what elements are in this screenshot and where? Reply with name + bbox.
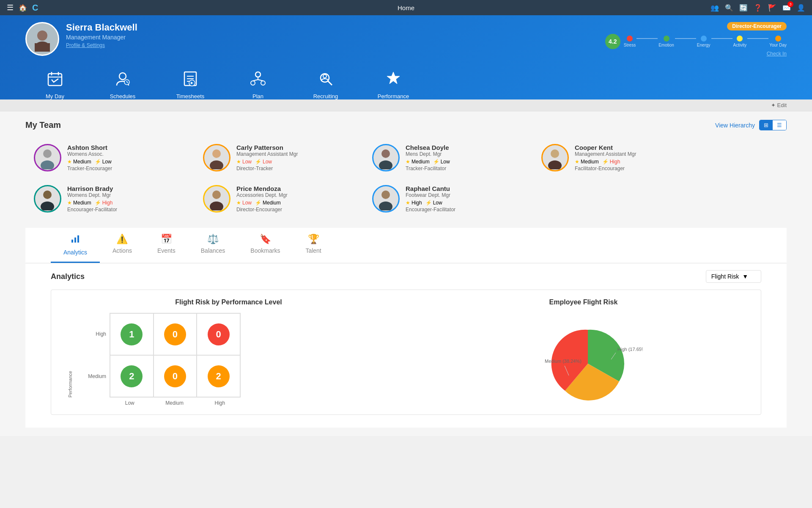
member-name: Harrison Brady xyxy=(67,185,186,192)
checkin-link[interactable]: Check In xyxy=(767,51,787,57)
grid-view-button[interactable]: ⊞ xyxy=(760,120,773,130)
wellness-line-3 xyxy=(711,38,732,39)
yourday-indicator: Your Day xyxy=(769,36,787,47)
member-role: Womens Dept. Mgr xyxy=(67,192,186,198)
wellness-line-2 xyxy=(675,38,696,39)
view-hierarchy-link[interactable]: View Hierarchy xyxy=(715,122,755,129)
member-info-harrison: Harrison Brady Womens Dept. Mgr ★ Medium… xyxy=(67,185,186,213)
svg-point-36 xyxy=(212,190,221,199)
profile-info: Sierra Blackwell Management Manager Prof… xyxy=(66,22,605,49)
svg-point-27 xyxy=(41,160,54,169)
nav-performance[interactable]: Performance xyxy=(376,68,410,99)
home-icon[interactable]: 🏠 xyxy=(19,4,27,12)
performance-label: Performance xyxy=(378,93,409,99)
svg-marker-25 xyxy=(387,72,400,84)
analytics-tab-label: Analytics xyxy=(63,249,87,256)
member-stats: ★ High ⚡ Low xyxy=(406,200,524,206)
svg-point-16 xyxy=(255,72,261,77)
recruiting-icon xyxy=(315,68,337,90)
edit-button[interactable]: ✦ Edit xyxy=(771,102,787,108)
member-name: Price Mendoza xyxy=(236,185,355,192)
col-label-low: Low xyxy=(125,400,134,406)
team-member-card: Cooper Kent Management Assistant Mgr ★ M… xyxy=(533,137,702,178)
member-avatar-carly xyxy=(203,144,230,171)
nav-my-day[interactable]: My Day xyxy=(38,68,72,99)
member-type: Director-Encourager xyxy=(236,207,355,213)
member-stats: ★ Low ⚡ Medium xyxy=(236,200,355,206)
my-day-label: My Day xyxy=(46,93,64,99)
team-member-card: Raphael Cantu Footwear Dept. Mgr ★ High … xyxy=(364,178,533,219)
team-member-card: Carly Patterson Management Assistant Mgr… xyxy=(195,137,364,178)
matrix-bubble-2: 0 xyxy=(164,323,186,345)
svg-point-38 xyxy=(381,190,390,199)
col-label-medium: Medium xyxy=(165,400,184,406)
balances-tab-label: Balances xyxy=(201,247,225,254)
member-role: Footwear Dept. Mgr xyxy=(406,192,524,198)
matrix-cell-2-2: 0 xyxy=(154,355,197,397)
member-role: Accessories Dept. Mgr xyxy=(236,192,355,198)
nav-timesheets[interactable]: Timesheets xyxy=(173,68,207,99)
member-avatar-ashton xyxy=(34,144,61,171)
timesheets-icon xyxy=(179,68,201,90)
events-tab-icon: 📅 xyxy=(161,234,172,245)
tab-events[interactable]: 📅 Events xyxy=(145,228,188,263)
row-label-medium: Medium xyxy=(85,373,106,379)
tab-talent[interactable]: 🏆 Talent xyxy=(293,228,334,263)
svg-point-7 xyxy=(119,73,126,80)
search-icon[interactable]: 🔍 xyxy=(725,4,733,12)
member-info-price: Price Mendoza Accessories Dept. Mgr ★ Lo… xyxy=(236,185,355,213)
events-tab-label: Events xyxy=(157,247,176,254)
member-info-ashton: Ashton Short Womens Assoc. ★ Medium ⚡ Lo… xyxy=(67,144,186,171)
member-type: Encourager-Facilitator xyxy=(406,207,524,213)
team-member-card: Price Mendoza Accessories Dept. Mgr ★ Lo… xyxy=(195,178,364,219)
svg-point-31 xyxy=(379,160,392,169)
member-name: Ashton Short xyxy=(67,144,186,151)
refresh-icon[interactable]: 🔄 xyxy=(739,4,748,12)
user-icon[interactable]: 👤 xyxy=(797,4,805,12)
wellness-area: Director-Encourager 4.2 Stress Emotion xyxy=(605,22,787,57)
tab-balances[interactable]: ⚖️ Balances xyxy=(188,228,238,263)
svg-point-26 xyxy=(43,149,52,158)
list-view-button[interactable]: ☰ xyxy=(773,120,786,130)
team-member-card: Harrison Brady Womens Dept. Mgr ★ Medium… xyxy=(25,178,195,219)
wellness-line-4 xyxy=(747,38,768,39)
nav-recruiting[interactable]: Recruiting xyxy=(309,68,343,99)
flag-icon[interactable]: 🚩 xyxy=(768,4,776,12)
matrix-cell-2-1: 2 xyxy=(110,355,154,397)
member-type: Encourager-Facilitator xyxy=(67,207,186,213)
people-icon[interactable]: 👥 xyxy=(710,4,719,12)
profile-avatar xyxy=(25,22,59,56)
tab-analytics[interactable]: Analytics xyxy=(51,228,100,263)
energy-indicator: Energy xyxy=(697,36,710,47)
analytics-tab-icon xyxy=(70,234,80,246)
mail-icon[interactable]: ✉️3 xyxy=(782,4,791,12)
member-stats: ★ Medium ⚡ High xyxy=(575,159,694,165)
hamburger-menu-icon[interactable]: ☰ xyxy=(7,3,14,12)
member-avatar-price xyxy=(203,185,230,213)
nav-plan[interactable]: Plan xyxy=(241,68,275,99)
bookmarks-tab-label: Bookmarks xyxy=(250,247,280,254)
nav-schedules[interactable]: Schedules xyxy=(106,68,140,99)
svg-rect-41 xyxy=(74,237,76,243)
my-day-icon xyxy=(44,68,66,90)
profile-settings-link[interactable]: Profile & Settings xyxy=(66,42,105,48)
tab-bookmarks[interactable]: 🔖 Bookmarks xyxy=(238,228,293,263)
schedules-icon xyxy=(112,68,134,90)
wellness-line-1 xyxy=(636,38,658,39)
pie-label-high: High (17.65%) xyxy=(617,347,643,352)
matrix-bubble-6: 2 xyxy=(208,365,230,387)
matrix-cell-1-1: 1 xyxy=(110,313,154,355)
member-type: Facilitator-Encourager xyxy=(575,166,694,171)
matrix-cell-1-2: 0 xyxy=(154,313,197,355)
profile-name: Sierra Blackwell xyxy=(66,22,605,33)
flight-risk-dropdown[interactable]: Flight Risk ▼ xyxy=(706,270,761,283)
help-icon[interactable]: ❓ xyxy=(754,4,762,12)
tab-actions[interactable]: ⚠️ Actions xyxy=(100,228,145,263)
svg-point-30 xyxy=(381,149,390,158)
y-axis-performance-label: Performance xyxy=(68,321,73,398)
svg-point-39 xyxy=(379,202,392,210)
pie-label-medium: Medium (38.24%) xyxy=(545,359,582,364)
member-avatar-cooper xyxy=(541,144,569,171)
wellness-row: 4.2 Stress Emotion Energy xyxy=(605,34,787,49)
tabs-bar: Analytics ⚠️ Actions 📅 Events ⚖️ Balance… xyxy=(25,228,787,263)
